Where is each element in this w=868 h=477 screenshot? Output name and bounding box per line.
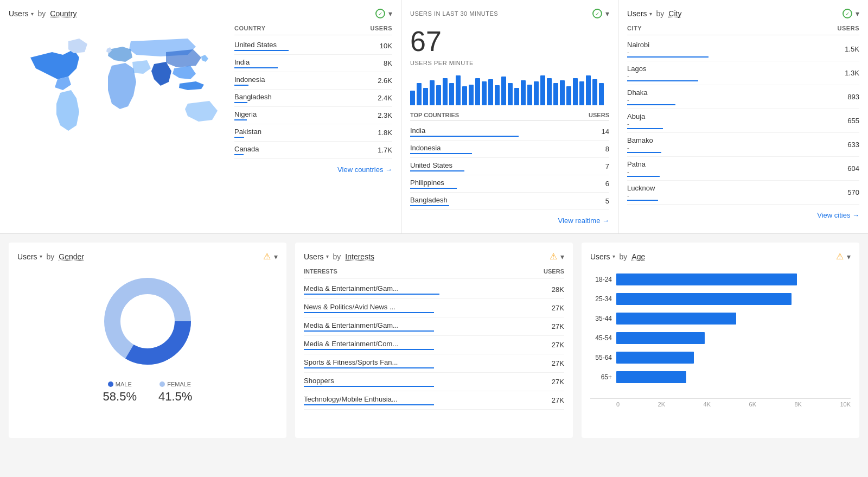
city-row-name: Patna - xyxy=(627,160,660,177)
interest-bar xyxy=(304,386,434,387)
age-options-btn[interactable]: ▾ xyxy=(847,252,851,261)
interests-panel-controls: ⚠ ▾ xyxy=(550,251,564,262)
users-per-minute-label: USERS PER MINUTE xyxy=(410,60,609,66)
country-table-row: India 8K xyxy=(234,55,392,72)
country-row-name: Nigeria xyxy=(234,110,257,120)
interest-bar xyxy=(304,404,434,405)
male-dot xyxy=(108,381,113,387)
age-bar xyxy=(616,332,705,344)
age-label: 45-54 xyxy=(590,334,612,342)
india xyxy=(151,62,171,86)
country-row-name: United States xyxy=(234,41,289,51)
interests-panel-header: Users ▾ by Interests ⚠ ▾ xyxy=(304,251,564,262)
realtime-row-name: India xyxy=(410,126,519,137)
gender-panel-controls: ⚠ ▾ xyxy=(263,251,278,262)
realtime-bar xyxy=(410,205,449,206)
country-row-value: 2.3K xyxy=(378,111,392,119)
country-row-name: Bangladesh xyxy=(234,93,272,103)
top-countries-users-label: USERS xyxy=(589,112,609,118)
mini-bar-item xyxy=(456,75,461,105)
interests-table-header: INTERESTS USERS xyxy=(304,268,564,278)
mini-bar-item xyxy=(527,85,532,106)
city-row-value: 604 xyxy=(847,164,859,173)
interest-table-row: News & Politics/Avid News ... 27K xyxy=(304,299,564,317)
age-chart: 18-24 25-34 35-44 45-54 55-64 65+ xyxy=(590,268,851,396)
gender-panel-header: Users ▾ by Gender ⚠ ▾ xyxy=(17,251,278,262)
city-bar xyxy=(627,80,698,81)
age-axis-label: 8K xyxy=(794,401,801,408)
realtime-options-btn[interactable]: ▾ xyxy=(605,9,609,18)
interest-row-value: 28K xyxy=(552,285,564,294)
age-panel: Users ▾ by Age ⚠ ▾ 18-24 25-34 35-44 45-… xyxy=(582,243,859,438)
country-bar xyxy=(234,50,289,51)
city-table-header: CITY USERS xyxy=(627,25,859,35)
realtime-table-row: India 14 xyxy=(410,123,609,141)
country-dimension: Country xyxy=(50,9,76,18)
interest-table-row: Media & Entertainment/Gam... 28K xyxy=(304,281,564,299)
mini-bar-item xyxy=(469,85,474,106)
country-by: by xyxy=(38,9,46,18)
age-bar xyxy=(616,274,797,285)
gender-options-btn[interactable]: ▾ xyxy=(274,252,278,261)
age-by: by xyxy=(620,252,628,261)
gender-dimension: Gender xyxy=(59,252,84,261)
realtime-bar xyxy=(410,170,464,171)
country-row-name: Indonesia xyxy=(234,75,265,86)
country-table-header: COUNTRY USERS xyxy=(234,25,392,35)
city-status-icon xyxy=(843,9,852,18)
age-bar xyxy=(616,313,736,325)
age-label: 65+ xyxy=(590,373,612,381)
north-america xyxy=(30,49,79,79)
top-countries-label: TOP COUNTRIES xyxy=(410,112,459,118)
interests-col2-header: USERS xyxy=(544,268,564,275)
interest-row-name: News & Politics/Avid News ... xyxy=(304,303,434,313)
country-row-value: 1.7K xyxy=(378,146,392,154)
realtime-panel-header: USERS IN LAST 30 MINUTES ▾ xyxy=(410,9,609,18)
country-row-value: 8K xyxy=(384,59,392,67)
interest-bar xyxy=(304,294,439,295)
age-chart-row: 25-34 xyxy=(590,293,851,305)
city-metric-dropdown[interactable]: ▾ xyxy=(649,11,652,17)
age-panel-controls: ⚠ ▾ xyxy=(836,251,851,262)
view-cities-link[interactable]: View cities → xyxy=(627,211,859,219)
city-options-btn[interactable]: ▾ xyxy=(856,9,859,18)
age-axis-label: 6K xyxy=(749,401,756,408)
female-value: 41.5% xyxy=(158,390,192,404)
age-metric-dropdown[interactable]: ▾ xyxy=(612,253,615,259)
country-metric-dropdown[interactable]: ▾ xyxy=(31,11,34,17)
realtime-row-name: Bangladesh xyxy=(410,196,449,206)
mini-bar-item xyxy=(475,78,480,105)
realtime-row-name: Philippines xyxy=(410,179,457,189)
interests-panel: Users ▾ by Interests ⚠ ▾ INTERESTS USERS… xyxy=(295,243,573,438)
mini-bar-item xyxy=(579,81,584,105)
age-bar xyxy=(616,293,792,305)
mini-bar-item xyxy=(560,80,565,105)
age-bar xyxy=(616,352,694,364)
city-bar xyxy=(627,176,660,177)
age-chart-row: 55-64 xyxy=(590,352,851,364)
view-countries-link[interactable]: View countries → xyxy=(234,166,392,174)
gender-metric-dropdown[interactable]: ▾ xyxy=(40,253,42,259)
country-row-name: Pakistan xyxy=(234,128,261,138)
city-panel-header: Users ▾ by City ▾ xyxy=(627,9,859,18)
mini-bar-item xyxy=(553,83,558,105)
interests-metric-dropdown[interactable]: ▾ xyxy=(326,253,329,259)
city-row-value: 570 xyxy=(847,188,859,196)
interest-table-row: Sports & Fitness/Sports Fan... 27K xyxy=(304,354,564,373)
mini-bar-item xyxy=(417,83,422,105)
realtime-title: USERS IN LAST 30 MINUTES xyxy=(410,10,498,17)
view-realtime-link[interactable]: View realtime → xyxy=(410,217,609,225)
country-row-name: India xyxy=(234,58,278,68)
city-row-value: 633 xyxy=(847,141,859,149)
mini-bar-item xyxy=(521,80,526,105)
realtime-table-row: United States 7 xyxy=(410,158,609,175)
country-options-btn[interactable]: ▾ xyxy=(388,9,392,18)
interest-table-row: Media & Entertainment/Com... 27K xyxy=(304,336,564,354)
interests-options-btn[interactable]: ▾ xyxy=(560,252,564,261)
city-row-value: 1.5K xyxy=(845,45,859,53)
male-value: 58.5% xyxy=(103,390,137,404)
mini-bar-item xyxy=(586,75,591,105)
interests-by: by xyxy=(333,252,341,261)
japan xyxy=(201,55,208,62)
interests-metric: Users xyxy=(304,252,324,261)
